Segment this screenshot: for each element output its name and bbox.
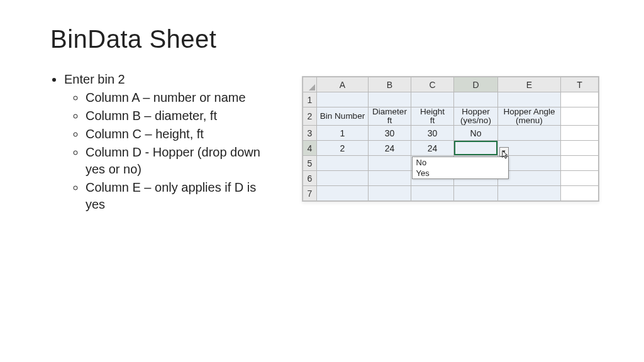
bullet-sub: Column E – only applies if D is yes <box>86 179 277 213</box>
cell-header-D[interactable]: Hopper(yes/no) <box>454 107 498 126</box>
row-header-1[interactable]: 1 <box>303 92 317 107</box>
cell[interactable]: 2 <box>317 141 369 156</box>
col-header-E[interactable]: E <box>498 77 561 92</box>
dropdown-option-no[interactable]: No <box>413 157 508 168</box>
cell[interactable] <box>411 92 454 107</box>
cell[interactable] <box>317 156 369 171</box>
cell[interactable]: 24 <box>369 141 411 156</box>
cell[interactable] <box>561 171 599 186</box>
cell[interactable] <box>498 126 561 141</box>
col-header-C[interactable]: C <box>411 77 454 92</box>
cell[interactable] <box>561 186 599 201</box>
cell[interactable] <box>454 186 498 201</box>
cell[interactable] <box>454 92 498 107</box>
cell[interactable]: 1 <box>317 126 369 141</box>
cell[interactable] <box>369 156 411 171</box>
bullet-sub: Column D - Hopper (drop down yes or no) <box>86 144 277 178</box>
col-header-A[interactable]: A <box>317 77 369 92</box>
cell[interactable]: 30 <box>369 126 411 141</box>
cell[interactable] <box>317 186 369 201</box>
bullet-sub: Column C – height, ft <box>86 126 277 143</box>
bullet-list: Enter bin 2 Column A – number or name Co… <box>50 71 277 214</box>
cell[interactable]: 30 <box>411 126 454 141</box>
cell-header-E[interactable]: Hopper Angle(menu) <box>498 107 561 126</box>
row-header-3[interactable]: 3 <box>303 126 317 141</box>
cell-header-C[interactable]: Heightft <box>411 107 454 126</box>
cell[interactable] <box>369 186 411 201</box>
cell[interactable] <box>411 186 454 201</box>
cell[interactable] <box>369 92 411 107</box>
cell[interactable] <box>317 92 369 107</box>
row-header-7[interactable]: 7 <box>303 186 317 201</box>
cell[interactable] <box>561 107 599 126</box>
cell[interactable] <box>498 92 561 107</box>
bullet-sub: Column A – number or name <box>86 89 277 106</box>
cell[interactable] <box>561 126 599 141</box>
row-header-4[interactable]: 4 <box>303 141 317 156</box>
dropdown-list[interactable]: No Yes <box>412 156 509 179</box>
cell[interactable] <box>317 171 369 186</box>
col-header-D[interactable]: D <box>454 77 498 92</box>
dropdown-button[interactable] <box>499 147 509 156</box>
cell[interactable] <box>369 171 411 186</box>
cell[interactable] <box>561 141 599 156</box>
row-header-5[interactable]: 5 <box>303 156 317 171</box>
page-title: BinData Sheet <box>50 25 600 53</box>
row-header-6[interactable]: 6 <box>303 171 317 186</box>
cell[interactable] <box>561 92 599 107</box>
cell-header-B[interactable]: Diameterft <box>369 107 411 126</box>
select-all-corner[interactable] <box>303 77 317 92</box>
active-cell-D4[interactable] <box>454 141 498 156</box>
cell[interactable]: No <box>454 126 498 141</box>
bullet-main: Enter bin 2 <box>64 71 277 88</box>
cell-header-A[interactable]: Bin Number <box>317 107 369 126</box>
col-header-T[interactable]: T <box>561 77 599 92</box>
bullet-sub: Column B – diameter, ft <box>86 107 277 124</box>
col-header-B[interactable]: B <box>369 77 411 92</box>
cell[interactable] <box>561 156 599 171</box>
cell[interactable]: 24 <box>411 141 454 156</box>
row-header-2[interactable]: 2 <box>303 107 317 126</box>
dropdown-option-yes[interactable]: Yes <box>413 168 508 178</box>
cell[interactable] <box>498 186 561 201</box>
spreadsheet[interactable]: A B C D E T 1 2 Bi <box>302 76 599 202</box>
